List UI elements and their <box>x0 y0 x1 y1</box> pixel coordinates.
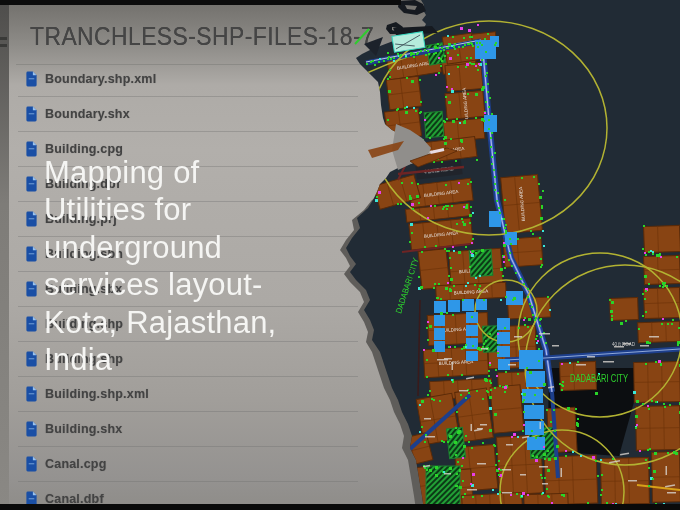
svg-text:DADABARI CITY: DADABARI CITY <box>570 372 628 384</box>
